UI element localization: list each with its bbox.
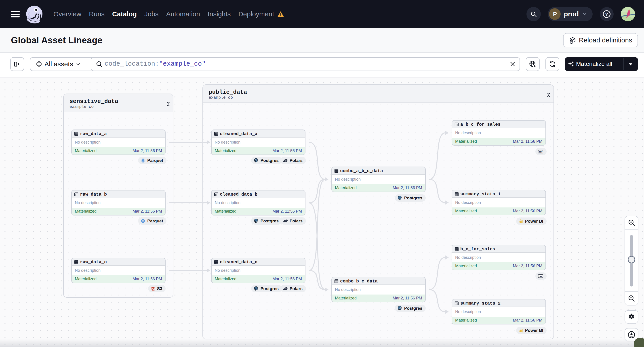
svg-text:csv: csv — [539, 150, 542, 153]
svg-text:?: ? — [605, 11, 608, 17]
svg-text:csv: csv — [539, 275, 542, 277]
